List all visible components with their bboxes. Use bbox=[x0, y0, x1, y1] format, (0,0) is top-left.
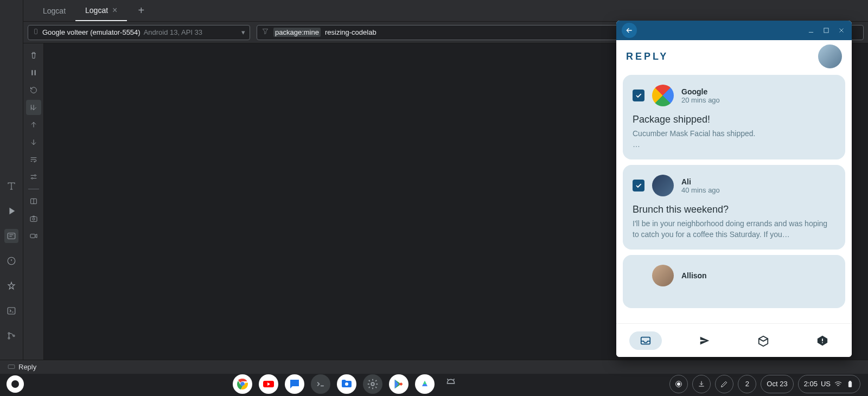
email-preview: I'll be in your neighborhood doing erran… bbox=[633, 219, 835, 240]
date-tray[interactable]: Oct 23 bbox=[761, 375, 793, 393]
download-tray-icon[interactable] bbox=[692, 375, 711, 393]
nav-spam[interactable] bbox=[806, 331, 839, 350]
chevron-down-icon: ▾ bbox=[241, 28, 245, 36]
taskbar: 2 Oct 23 2:05 US bbox=[0, 372, 868, 396]
launcher-button[interactable] bbox=[7, 375, 24, 393]
svg-rect-28 bbox=[850, 381, 851, 381]
android-studio-icon[interactable] bbox=[415, 374, 435, 394]
settings-app-icon[interactable] bbox=[363, 374, 382, 394]
pause-button[interactable] bbox=[26, 65, 41, 80]
sender-time: 40 mins ago bbox=[681, 186, 720, 194]
svg-rect-6 bbox=[35, 29, 37, 34]
youtube-icon[interactable] bbox=[259, 374, 278, 394]
pen-tray-icon[interactable] bbox=[715, 375, 733, 393]
filter-tag: package:mine bbox=[273, 28, 321, 37]
email-subject: Brunch this weekend? bbox=[633, 204, 835, 215]
nav-inbox[interactable] bbox=[629, 331, 662, 350]
svg-rect-13 bbox=[8, 365, 15, 369]
svg-point-7 bbox=[34, 175, 36, 176]
chrome-icon[interactable] bbox=[233, 374, 252, 394]
email-card[interactable]: Google 20 mins ago Package shipped! Cucu… bbox=[623, 75, 845, 159]
app-header: REPLY bbox=[616, 40, 852, 73]
svg-point-21 bbox=[371, 382, 374, 386]
tab-logcat-1[interactable]: Logcat bbox=[33, 0, 75, 21]
logcat-icon[interactable] bbox=[4, 229, 18, 243]
run-icon[interactable] bbox=[4, 204, 18, 218]
emulator-window: REPLY Google 20 mins ago Package shipped… bbox=[616, 21, 852, 357]
user-avatar[interactable] bbox=[818, 44, 842, 68]
svg-rect-27 bbox=[848, 382, 851, 387]
checkbox-checked[interactable] bbox=[633, 90, 644, 101]
battery-icon bbox=[846, 380, 854, 388]
svg-rect-14 bbox=[824, 28, 828, 33]
svg-point-24 bbox=[452, 381, 454, 382]
filter-text: resizing-codelab bbox=[325, 28, 376, 36]
nav-sent[interactable] bbox=[688, 331, 721, 350]
scroll-end-button[interactable] bbox=[26, 100, 41, 115]
wrap-button[interactable] bbox=[26, 152, 41, 167]
play-store-icon[interactable] bbox=[389, 374, 409, 394]
profiler-icon[interactable] bbox=[4, 279, 18, 293]
status-tray[interactable]: 2:05 US bbox=[798, 375, 860, 393]
sender-avatar bbox=[652, 265, 674, 286]
sender-name: Allison bbox=[681, 271, 707, 280]
left-tool-rail bbox=[0, 0, 23, 360]
terminal-rail-icon[interactable] bbox=[4, 304, 18, 318]
device-dropdown[interactable]: Google volteer (emulator-5554) Android 1… bbox=[28, 25, 250, 40]
screenshot-button[interactable] bbox=[26, 211, 41, 226]
wifi-icon bbox=[834, 380, 843, 388]
split-button[interactable] bbox=[26, 194, 41, 209]
android-icon[interactable] bbox=[441, 374, 461, 394]
svg-point-16 bbox=[822, 342, 823, 343]
svg-point-4 bbox=[8, 337, 10, 339]
bottom-nav bbox=[616, 323, 852, 357]
notification-badge[interactable]: 2 bbox=[738, 375, 756, 393]
record-tray-icon[interactable] bbox=[669, 375, 688, 393]
record-button[interactable] bbox=[26, 228, 41, 244]
tray-time: 2:05 bbox=[804, 380, 818, 388]
tab-label: Logcat bbox=[85, 6, 108, 15]
checkbox-checked[interactable] bbox=[633, 180, 644, 191]
tab-logcat-2[interactable]: Logcat × bbox=[75, 0, 127, 21]
tray-locale: US bbox=[821, 380, 831, 388]
sender-name: Google bbox=[681, 87, 720, 96]
tab-bar: Logcat Logcat × + bbox=[23, 0, 868, 22]
email-card[interactable]: Allison bbox=[623, 255, 845, 308]
sender-avatar bbox=[652, 175, 674, 196]
text-tool-icon[interactable] bbox=[4, 179, 18, 193]
logcat-tool-rail bbox=[23, 43, 44, 360]
email-list[interactable]: Google 20 mins ago Package shipped! Cucu… bbox=[616, 73, 852, 323]
tray-date: Oct 23 bbox=[767, 380, 787, 388]
close-button[interactable] bbox=[837, 25, 846, 35]
device-icon bbox=[33, 28, 39, 36]
back-button[interactable] bbox=[622, 23, 637, 38]
restart-button[interactable] bbox=[26, 82, 41, 98]
emulator-titlebar bbox=[616, 21, 852, 40]
svg-point-23 bbox=[449, 381, 450, 382]
vcs-icon[interactable] bbox=[4, 329, 18, 343]
sender-time: 20 mins ago bbox=[681, 96, 720, 104]
prev-button[interactable] bbox=[26, 117, 41, 132]
notification-count: 2 bbox=[745, 380, 749, 388]
device-name: Google volteer (emulator-5554) bbox=[42, 28, 141, 36]
svg-point-11 bbox=[33, 218, 35, 220]
tab-label: Logcat bbox=[43, 7, 66, 15]
svg-point-20 bbox=[345, 382, 348, 386]
messages-icon[interactable] bbox=[285, 374, 304, 394]
next-button[interactable] bbox=[26, 135, 41, 150]
clear-button[interactable] bbox=[26, 48, 41, 63]
filter-icon bbox=[261, 28, 269, 37]
maximize-button[interactable] bbox=[821, 25, 831, 35]
add-tab-button[interactable]: + bbox=[132, 4, 150, 17]
files-icon[interactable] bbox=[337, 374, 356, 394]
svg-point-26 bbox=[678, 382, 680, 385]
settings-button[interactable] bbox=[26, 169, 41, 184]
nav-drafts[interactable] bbox=[747, 331, 780, 350]
email-card[interactable]: Ali 40 mins ago Brunch this weekend? I'l… bbox=[623, 165, 845, 250]
problems-icon[interactable] bbox=[4, 254, 18, 268]
close-icon[interactable]: × bbox=[112, 5, 117, 15]
svg-rect-0 bbox=[8, 233, 15, 239]
terminal-icon[interactable] bbox=[311, 374, 330, 394]
sender-avatar bbox=[652, 85, 674, 106]
minimize-button[interactable] bbox=[806, 25, 816, 35]
